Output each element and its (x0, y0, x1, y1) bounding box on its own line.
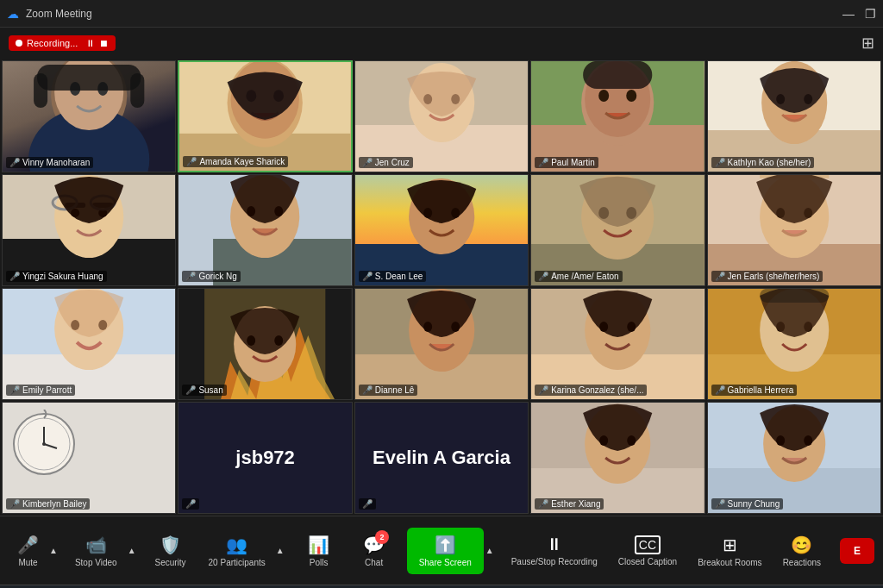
name-amanda: 🎤 Amanda Kaye Sharick (183, 156, 288, 167)
recording-dot (16, 40, 22, 47)
chat-label: Chat (365, 558, 383, 567)
evelin-display: Evelin A Garcia (373, 447, 510, 469)
mic-icon-kimberlyn: 🎤 (9, 499, 20, 509)
grid-view-icon[interactable]: ⊞ (861, 34, 874, 53)
video-cell-yingzi: 🎤 Yingzi Sakura Huang (2, 174, 176, 286)
svg-point-93 (42, 442, 46, 446)
mic-icon-jen: 🎤 (362, 158, 373, 167)
participants-group: 👥 20 Participants ▲ (200, 529, 286, 572)
participants-caret[interactable]: ▲ (274, 546, 286, 555)
closed-caption-icon: CC (635, 535, 661, 554)
mute-caret[interactable]: ▲ (47, 546, 59, 555)
video-group: 📹 Stop Video ▲ (66, 529, 138, 572)
name-jsb972: 🎤 (182, 498, 199, 510)
mic-icon-dianne: 🎤 (362, 385, 373, 395)
video-icon: 📹 (85, 535, 107, 555)
recording-badge: Recording... ⏸ ⏹ (9, 35, 116, 51)
reactions-icon: 😊 (791, 535, 812, 555)
chat-badge: 2 (375, 530, 389, 544)
mic-icon-jsb972: 🎤 (185, 499, 196, 509)
security-label: Security (155, 558, 186, 567)
chat-button[interactable]: 💬 2 Chat (348, 529, 400, 572)
mic-icon-susan: 🎤 (185, 385, 196, 395)
end-button[interactable]: E (840, 538, 874, 564)
reactions-button[interactable]: 😊 Reactions (774, 529, 830, 572)
video-cell-sunny: 🎤 Sunny Chung (707, 402, 881, 514)
video-cell-dianne: 🎤 Dianne Lê (354, 288, 529, 400)
share-screen-button[interactable]: ⬆️ Share Screen (407, 528, 484, 574)
taskbar: ⊞ 🔍 ⭕ ☰ 📁 🌐 🦊 📧 ⚙️ 🌐 🌐 W 📹 11: (0, 585, 883, 588)
stop-recording-icon[interactable]: ⏹ (99, 38, 109, 48)
mic-icon-dean: 🎤 (362, 272, 373, 281)
breakout-rooms-label: Breakout Rooms (698, 558, 761, 567)
stop-video-button[interactable]: 📹 Stop Video (66, 529, 126, 572)
svg-rect-88 (760, 289, 829, 303)
chat-group: 💬 2 Chat (348, 529, 400, 572)
video-cell-paul: 🎤 Paul Martin (530, 60, 705, 172)
top-bar: Recording... ⏸ ⏹ ⊞ (0, 28, 883, 59)
participants-button[interactable]: 👥 20 Participants (200, 529, 274, 572)
name-emily: 🎤 Emily Parrott (6, 385, 75, 396)
pause-recording-button[interactable]: ⏸ Pause/Stop Recording (503, 529, 606, 572)
video-cell-susan: 🎤 Susan (178, 288, 352, 400)
closed-caption-button[interactable]: CC Closed Caption (610, 530, 686, 572)
pause-recording-icon[interactable]: ⏸ (85, 38, 95, 48)
polls-icon: 📊 (308, 535, 329, 555)
video-cell-jsb972: jsb972 🎤 (178, 402, 352, 514)
name-karina: 🎤 Karina Gonzalez (she/... (535, 385, 647, 396)
window-title: Zoom Meeting (26, 8, 92, 20)
video-caret[interactable]: ▲ (126, 546, 138, 555)
title-bar-left: ☁ Zoom Meeting (7, 7, 92, 21)
video-cell-karina: 🎤 Karina Gonzalez (she/... (530, 288, 705, 400)
video-cell-dean: 🎤 S. Dean Lee (354, 174, 529, 286)
pause-recording-label: Pause/Stop Recording (511, 557, 598, 566)
top-bar-right: ⊞ (861, 34, 874, 53)
participants-icon: 👥 (226, 535, 247, 555)
video-grid: 🎤 Vinny Manoharan 🎤 Amanda Kaye Sharick (0, 59, 883, 516)
share-screen-icon: ⬆️ (435, 535, 456, 555)
minimize-button[interactable]: — (842, 7, 855, 21)
video-cell-jen: 🎤 Jen Cruz (354, 60, 529, 172)
mic-icon-karina: 🎤 (538, 385, 548, 395)
name-susan: 🎤 Susan (182, 385, 226, 396)
svg-rect-5 (37, 65, 141, 91)
share-group: ⬆️ Share Screen ▲ (407, 528, 496, 574)
mic-icon-sunny: 🎤 (715, 499, 725, 509)
name-gabriella: 🎤 Gabriella Herrera (711, 385, 798, 396)
svg-point-23 (598, 90, 609, 102)
share-caret[interactable]: ▲ (484, 546, 496, 555)
video-cell-kathlyn: 🎤 Kathlyn Kao (she/her) (707, 60, 881, 172)
video-cell-ame: 🎤 Ame /Ame/ Eaton (530, 174, 705, 286)
mic-icon-gorick: 🎤 (185, 272, 196, 281)
breakout-rooms-button[interactable]: ⊞ Breakout Rooms (689, 529, 770, 572)
title-bar-right: — ❐ (842, 7, 876, 21)
pause-recording-icon: ⏸ (546, 535, 563, 554)
breakout-rooms-icon: ⊞ (723, 535, 737, 555)
stop-video-label: Stop Video (75, 558, 117, 567)
mic-icon-ame: 🎤 (538, 272, 548, 281)
jsb972-display: jsb972 (235, 447, 295, 469)
chat-icon: 💬 2 (363, 535, 385, 555)
svg-point-24 (626, 90, 636, 102)
name-jen: 🎤 Jen Cruz (359, 157, 413, 168)
video-cell-emily: 🎤 Emily Parrott (2, 288, 176, 400)
mic-icon-evelin: 🎤 (362, 499, 373, 509)
mute-button[interactable]: 🎤 Mute (9, 529, 47, 572)
svg-rect-25 (583, 61, 652, 89)
security-button[interactable]: 🛡️ Security (145, 529, 197, 572)
restore-button[interactable]: ❐ (865, 7, 876, 21)
video-cell-jen-earls: 🎤 Jen Earls (she/her/hers) (707, 174, 881, 286)
name-sunny: 🎤 Sunny Chung (711, 498, 784, 510)
name-vinny: 🎤 Vinny Manoharan (6, 157, 93, 168)
svg-rect-7 (130, 73, 144, 108)
name-dean: 🎤 S. Dean Lee (359, 271, 427, 282)
polls-button[interactable]: 📊 Polls (293, 529, 345, 572)
video-cell-kimberlyn: 🎤 Kimberlyn Bailey (2, 402, 176, 514)
name-yingzi: 🎤 Yingzi Sakura Huang (6, 271, 107, 282)
mic-icon-gabriella: 🎤 (715, 385, 725, 395)
video-cell-amanda: 🎤 Amanda Kaye Sharick (178, 60, 352, 172)
video-cell-vinny: 🎤 Vinny Manoharan (2, 60, 176, 172)
zoom-icon: ☁ (7, 7, 19, 21)
mic-icon-paul: 🎤 (538, 158, 548, 167)
mic-icon-jen-earls: 🎤 (715, 272, 725, 281)
